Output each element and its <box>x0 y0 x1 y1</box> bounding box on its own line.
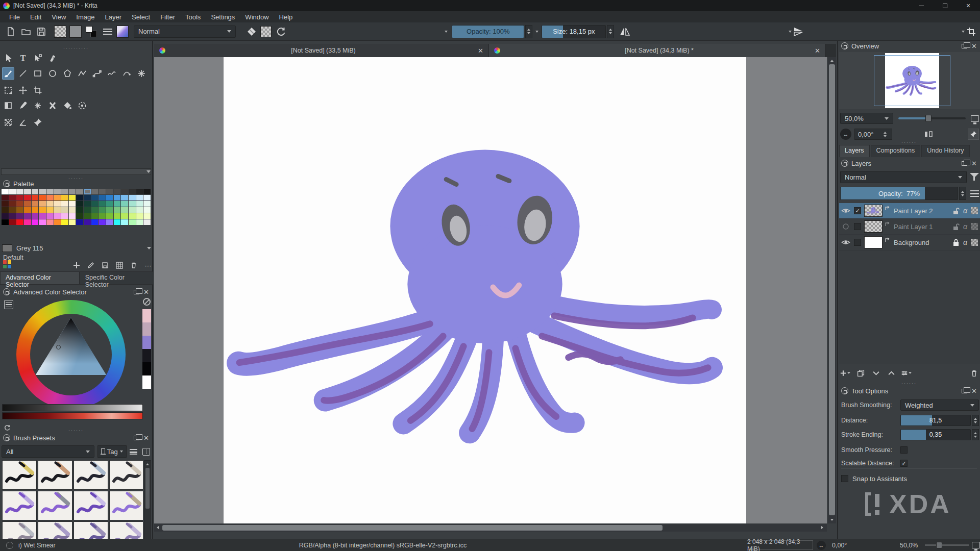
option-slider[interactable]: 0,35 <box>900 429 971 440</box>
rectangle-tool[interactable] <box>32 67 44 80</box>
palette-color[interactable] <box>91 219 99 225</box>
palette-color[interactable] <box>114 219 121 225</box>
duplicate-layer-button[interactable] <box>855 368 866 378</box>
snap-to-assistants-checkbox[interactable] <box>841 475 848 482</box>
palette-color[interactable] <box>46 219 54 225</box>
alpha-lock-icon[interactable]: α <box>963 238 967 246</box>
blending-mode-dropdown[interactable]: Normal <box>134 26 236 38</box>
palette-color[interactable] <box>46 195 54 201</box>
layer-opacity-spinner[interactable] <box>959 187 966 200</box>
palette-color[interactable] <box>76 201 83 207</box>
float-docker-icon[interactable] <box>962 44 967 48</box>
palette-color[interactable] <box>143 207 151 213</box>
layer-opacity-slider[interactable]: Opacity: 77% <box>840 187 958 200</box>
mirror-view-icon[interactable] <box>924 130 933 138</box>
palette-color[interactable] <box>84 219 91 225</box>
rotation-spinbox[interactable]: 0,00° <box>854 129 892 140</box>
palette-color[interactable] <box>9 189 16 194</box>
layer-visibility-toggle[interactable] <box>841 239 850 246</box>
open-document-button[interactable] <box>19 25 33 38</box>
save-button[interactable] <box>35 25 48 38</box>
palette-color[interactable] <box>61 195 68 201</box>
palette-color[interactable] <box>76 213 83 219</box>
brush-grid-scrollbar[interactable] <box>144 460 151 551</box>
palette-color[interactable] <box>54 189 61 194</box>
palette-color[interactable] <box>32 219 39 225</box>
maximize-button[interactable] <box>933 0 957 11</box>
tab-specific-color-selector[interactable]: Specific Color Selector <box>80 271 153 284</box>
opacity-slider[interactable]: Opacity: 100% <box>452 25 524 38</box>
option-spinner[interactable] <box>972 429 979 440</box>
palette-color[interactable] <box>32 189 39 194</box>
palette-color[interactable] <box>2 219 9 225</box>
polyline-tool[interactable] <box>76 67 88 80</box>
palette-color[interactable] <box>32 195 39 201</box>
float-docker-icon[interactable] <box>134 436 139 440</box>
mirror-horizontal-dropdown-icon[interactable] <box>789 31 792 33</box>
palette-color[interactable] <box>91 201 99 207</box>
color-swatch[interactable] <box>142 309 151 322</box>
color-swatch[interactable] <box>142 336 151 349</box>
palette-color[interactable] <box>76 219 83 225</box>
save-palette-button[interactable] <box>100 260 110 270</box>
palette-color[interactable] <box>61 213 68 219</box>
palette-color[interactable] <box>54 213 61 219</box>
palette-color[interactable] <box>106 201 113 207</box>
alpha-lock-icon[interactable]: α <box>963 222 967 231</box>
palette-color[interactable] <box>69 207 76 213</box>
menu-tools[interactable]: Tools <box>180 12 206 22</box>
tab-compositions[interactable]: Compositions <box>871 145 921 157</box>
palette-color[interactable] <box>46 213 54 219</box>
multibrush-tool[interactable] <box>135 67 148 80</box>
menu-select[interactable]: Select <box>127 12 155 22</box>
opacity-dropdown-icon[interactable] <box>535 31 538 33</box>
lock-docker-icon[interactable] <box>3 288 10 295</box>
layer-row-paint-layer-1[interactable]: Paint Layer 1α <box>839 219 980 235</box>
crop-tool[interactable] <box>32 84 44 96</box>
freehand-path-tool[interactable] <box>106 67 118 80</box>
palette-set-icon[interactable] <box>3 260 11 268</box>
eraser-mode-button[interactable] <box>245 25 258 38</box>
lock-docker-icon[interactable] <box>841 42 848 49</box>
canvas-viewport[interactable] <box>154 57 827 523</box>
palette-color[interactable] <box>24 189 31 194</box>
opacity-spinner[interactable] <box>525 25 532 38</box>
zoom-dropdown[interactable]: 50,0% <box>840 113 893 124</box>
lock-docker-icon[interactable] <box>3 434 10 441</box>
palette-color[interactable] <box>106 195 113 201</box>
layer-thumbnail[interactable] <box>864 236 883 248</box>
color-swatch[interactable] <box>142 322 151 336</box>
palette-color[interactable] <box>46 201 54 207</box>
close-docker-icon[interactable]: ✕ <box>971 43 977 49</box>
scrollbar-thumb[interactable] <box>162 525 663 531</box>
lightness-strip[interactable] <box>2 404 143 411</box>
brush-option-slider-button[interactable] <box>101 25 114 38</box>
close-docker-icon[interactable]: ✕ <box>971 388 977 394</box>
tab-undo-history[interactable]: Undo History <box>921 145 969 157</box>
preserve-alpha-button[interactable] <box>260 26 272 37</box>
palette-view-button[interactable] <box>114 260 125 270</box>
color-swatch[interactable] <box>142 349 151 362</box>
brush-tag-filter-dropdown[interactable]: All <box>2 445 94 458</box>
palette-color[interactable] <box>106 219 113 225</box>
alpha-lock-icon[interactable]: α <box>963 207 967 215</box>
pattern-chooser[interactable] <box>69 26 82 38</box>
close-tab-icon[interactable]: ✕ <box>815 47 820 54</box>
palette-color[interactable] <box>16 207 23 213</box>
palette-color[interactable] <box>69 195 76 201</box>
palette-color[interactable] <box>129 219 136 225</box>
new-document-button[interactable] <box>4 25 17 38</box>
palette-color[interactable] <box>114 213 121 219</box>
menu-filter[interactable]: Filter <box>155 12 180 22</box>
vertical-scrollbar[interactable] <box>828 57 836 523</box>
pattern-edit-tool[interactable] <box>46 99 59 112</box>
dynamic-brush-tool[interactable] <box>120 67 133 80</box>
polygon-tool[interactable] <box>61 67 74 80</box>
canvas[interactable] <box>224 57 746 523</box>
tab-layers[interactable]: Layers <box>839 145 870 157</box>
palette-color[interactable] <box>32 207 39 213</box>
pin-docker-button[interactable] <box>968 129 979 140</box>
palette-color[interactable] <box>121 219 128 225</box>
palette-color[interactable] <box>143 201 151 207</box>
option-checkbox[interactable]: ✓ <box>900 460 908 467</box>
